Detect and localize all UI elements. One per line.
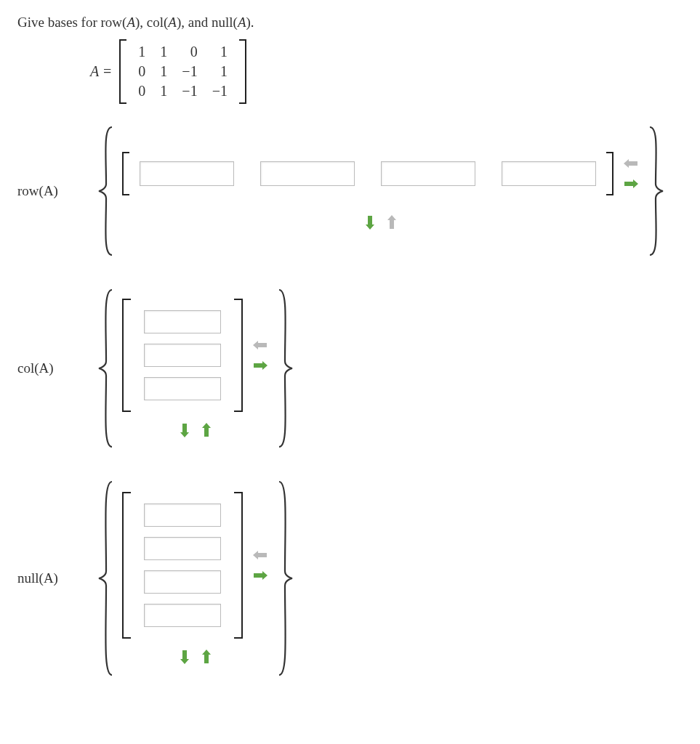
add-vector-icon[interactable] bbox=[361, 214, 379, 230]
vec-bracket-right bbox=[234, 492, 243, 639]
row-A-set-body bbox=[116, 126, 645, 256]
remove-vector-icon[interactable] bbox=[252, 337, 269, 353]
var-A-1: A bbox=[126, 15, 135, 30]
col-vec-input-1[interactable] bbox=[144, 310, 221, 333]
remove-row-icon[interactable] bbox=[198, 422, 215, 438]
matrix-bracket-left bbox=[119, 39, 126, 104]
matrix-cell: 0 bbox=[174, 42, 204, 62]
row-vector-inputs bbox=[129, 154, 606, 193]
vec-bracket-left bbox=[122, 492, 131, 639]
null-A-set bbox=[97, 480, 294, 676]
prompt-text-1: Give bases for row( bbox=[17, 15, 126, 30]
matrix-var: A bbox=[90, 63, 99, 79]
remove-column-icon[interactable] bbox=[622, 155, 640, 171]
col-A-set-body bbox=[116, 288, 275, 448]
vec-bracket-left bbox=[122, 299, 131, 412]
vec-bracket-right bbox=[606, 152, 613, 195]
curly-brace-right bbox=[645, 126, 664, 256]
add-row-icon[interactable] bbox=[176, 649, 193, 665]
add-column-icon[interactable] bbox=[622, 176, 640, 192]
null-vec-input-2[interactable] bbox=[144, 537, 221, 560]
curly-brace-left bbox=[97, 126, 116, 256]
null-vector bbox=[122, 492, 243, 639]
add-vector-icon[interactable] bbox=[252, 357, 269, 373]
curly-brace-left bbox=[97, 480, 116, 676]
matrix-cell: 1 bbox=[153, 81, 174, 101]
col-vec-input-3[interactable] bbox=[144, 377, 221, 400]
matrix-bracket: 1 1 0 1 0 1 −1 1 0 1 −1 −1 bbox=[119, 39, 246, 104]
prompt-text-4: ). bbox=[246, 15, 254, 30]
row-vector bbox=[122, 152, 613, 195]
col-row-add-remove bbox=[176, 422, 215, 438]
remove-row-icon[interactable] bbox=[198, 649, 215, 665]
vec-bracket-left bbox=[122, 152, 129, 195]
remove-vector-icon[interactable] bbox=[383, 214, 401, 230]
matrix-row: 0 1 −1 −1 bbox=[131, 81, 235, 101]
row-col-add-remove bbox=[622, 155, 640, 192]
null-A-answer: null(A) bbox=[17, 480, 683, 676]
col-vec-input-2[interactable] bbox=[144, 344, 221, 367]
matrix-definition: A = 1 1 0 1 0 1 −1 1 0 1 bbox=[90, 39, 683, 104]
null-vec-add-remove-h bbox=[252, 547, 269, 583]
var-A-2: A bbox=[168, 15, 177, 30]
null-vec-input-1[interactable] bbox=[144, 504, 221, 527]
question-prompt: Give bases for row(A), col(A), and null(… bbox=[17, 15, 683, 31]
matrix-cell: 1 bbox=[205, 42, 235, 62]
matrix-cell: 0 bbox=[131, 62, 153, 81]
curly-brace-left bbox=[97, 288, 116, 448]
null-A-set-body bbox=[116, 480, 275, 676]
var-A-3: A bbox=[238, 15, 246, 30]
matrix-cell: 1 bbox=[153, 42, 174, 62]
null-vec-input-4[interactable] bbox=[144, 604, 221, 627]
row-A-answer: row(A) bbox=[17, 126, 683, 256]
row-vec-input-1[interactable] bbox=[140, 161, 234, 186]
null-row-add-remove bbox=[176, 649, 215, 665]
matrix-cell: −1 bbox=[174, 81, 204, 101]
curly-brace-right bbox=[275, 480, 294, 676]
matrix-cell: −1 bbox=[205, 81, 235, 101]
col-vec-add-remove-h bbox=[252, 337, 269, 373]
matrix-bracket-right bbox=[239, 39, 246, 104]
matrix-body: 1 1 0 1 0 1 −1 1 0 1 −1 −1 bbox=[126, 39, 239, 104]
col-A-answer: col(A) bbox=[17, 288, 683, 448]
add-vector-icon[interactable] bbox=[252, 567, 269, 583]
row-vec-input-2[interactable] bbox=[260, 161, 355, 186]
row-A-label: row(A) bbox=[17, 183, 97, 199]
matrix-lhs: A = bbox=[90, 63, 112, 80]
row-vec-add-remove bbox=[361, 214, 401, 230]
null-vec-input-3[interactable] bbox=[144, 570, 221, 594]
matrix-cell: 1 bbox=[131, 42, 153, 62]
row-A-set bbox=[97, 126, 664, 256]
equals-sign: = bbox=[99, 63, 113, 79]
matrix-cell: 0 bbox=[131, 81, 153, 101]
matrix-cell: 1 bbox=[153, 62, 174, 81]
col-A-label: col(A) bbox=[17, 360, 97, 376]
matrix-row: 1 1 0 1 bbox=[131, 42, 235, 62]
null-vector-inputs bbox=[131, 492, 234, 639]
add-row-icon[interactable] bbox=[176, 422, 193, 438]
vec-bracket-right bbox=[234, 299, 243, 412]
null-A-label: null(A) bbox=[17, 570, 97, 586]
col-vector bbox=[122, 299, 243, 412]
prompt-text-3: ), and null( bbox=[177, 15, 238, 30]
remove-vector-icon[interactable] bbox=[252, 547, 269, 563]
matrix-cell: 1 bbox=[205, 62, 235, 81]
col-vector-inputs bbox=[131, 299, 234, 412]
matrix-row: 0 1 −1 1 bbox=[131, 62, 235, 81]
curly-brace-right bbox=[275, 288, 294, 448]
prompt-text-2: ), col( bbox=[135, 15, 168, 30]
row-vec-input-3[interactable] bbox=[381, 161, 475, 186]
row-vec-input-4[interactable] bbox=[502, 161, 596, 186]
matrix-cell: −1 bbox=[174, 62, 204, 81]
col-A-set bbox=[97, 288, 294, 448]
